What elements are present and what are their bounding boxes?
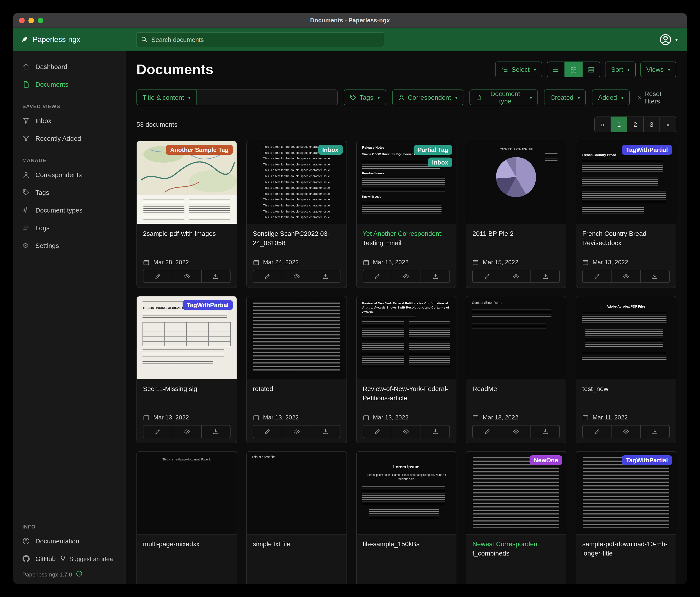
grid-view-button[interactable] (565, 62, 583, 77)
tag-badge[interactable]: TagWithPartial (622, 145, 672, 155)
tag-badge[interactable]: Another Sample Tag (166, 145, 233, 155)
sidebar-item-documents[interactable]: Documents (13, 75, 126, 93)
edit-button[interactable] (143, 270, 173, 283)
edit-button[interactable] (362, 270, 392, 283)
tag-badge[interactable]: Inbox (428, 158, 452, 167)
download-button[interactable] (421, 425, 450, 438)
document-title[interactable]: simple txt file (253, 540, 341, 558)
edit-button[interactable] (473, 270, 502, 283)
correspondent-link[interactable]: Newest Correspondent (473, 540, 539, 548)
download-button[interactable] (421, 270, 450, 283)
sidebar-item-correspondents[interactable]: Correspondents (13, 166, 126, 184)
document-thumbnail[interactable]: Patient BP Distribution 2011 (467, 141, 566, 224)
views-dropdown[interactable]: Views ▾ (641, 62, 676, 77)
edit-button[interactable] (362, 425, 392, 438)
document-thumbnail[interactable]: Review of New York Federal Petitions for… (356, 296, 456, 379)
download-button[interactable] (201, 425, 230, 438)
filter-correspondent-dropdown[interactable]: Correspondent ▾ (392, 90, 464, 105)
edit-button[interactable] (253, 425, 282, 438)
sidebar-item-documentation[interactable]: Documentation (13, 532, 126, 550)
document-thumbnail[interactable]: NewOne (467, 452, 566, 534)
document-thumbnail[interactable]: 11. CONTINUING MEDICAL EDUCA TagWithPart… (137, 296, 236, 379)
sidebar-item-recently-added[interactable]: Recently Added (13, 129, 126, 147)
edit-button[interactable] (143, 425, 173, 438)
download-button[interactable] (311, 425, 341, 438)
document-title[interactable]: test_new (582, 384, 670, 403)
view-button[interactable] (611, 425, 641, 438)
zoom-button[interactable] (38, 18, 43, 23)
minimize-button[interactable] (28, 18, 34, 23)
reset-filters-button[interactable]: × Reset filters (638, 90, 676, 105)
download-button[interactable] (311, 270, 341, 283)
pagination-page-button[interactable]: 1 (610, 117, 627, 133)
document-title[interactable]: Review-of-New-York-Federal-Petitions-art… (362, 384, 450, 403)
document-thumbnail[interactable]: Lorem ipsum Lorem ipsum dolor sit amet, … (356, 452, 456, 534)
pagination-page-button[interactable]: 3 (643, 117, 660, 133)
document-thumbnail[interactable]: TagWithPartial (576, 452, 676, 534)
table-view-button[interactable] (547, 62, 565, 77)
pagination-page-button[interactable]: 2 (627, 117, 644, 133)
sidebar-item-logs[interactable]: Logs (13, 219, 126, 237)
document-thumbnail[interactable]: Another Sample Tag (137, 141, 236, 224)
tag-badge[interactable]: Partial Tag (414, 145, 452, 155)
view-button[interactable] (282, 270, 311, 283)
tag-badge[interactable]: Inbox (318, 145, 343, 155)
sidebar-item-suggest-idea[interactable]: Suggest an idea (59, 555, 113, 563)
document-thumbnail[interactable]: French Country Bread TagWithPartial (576, 141, 676, 224)
download-button[interactable] (530, 270, 560, 283)
document-title[interactable]: 2011 BP Pie 2 (473, 229, 560, 248)
document-thumbnail[interactable] (247, 296, 347, 379)
sidebar-item-dashboard[interactable]: Dashboard (13, 58, 126, 75)
edit-button[interactable] (473, 425, 502, 438)
document-title[interactable]: multi-page-mixedxx (143, 540, 230, 558)
download-button[interactable] (201, 270, 230, 283)
filter-title-content-dropdown[interactable]: Title & content ▾ (136, 90, 197, 105)
user-menu[interactable]: ▾ (659, 28, 678, 51)
view-button[interactable] (172, 270, 202, 283)
filter-created-dropdown[interactable]: Created ▾ (544, 90, 586, 105)
tag-badge[interactable]: TagWithPartial (622, 455, 672, 465)
info-circle-icon[interactable] (76, 570, 82, 578)
filter-tags-dropdown[interactable]: Tags ▾ (344, 90, 386, 105)
document-title[interactable]: 2sample-pdf-with-images (143, 229, 230, 248)
document-thumbnail[interactable]: Contact Sheet Demo (467, 296, 566, 379)
correspondent-link[interactable]: Yet Another Correspondent (362, 230, 441, 237)
edit-button[interactable] (582, 425, 612, 438)
tag-badge[interactable]: TagWithPartial (182, 300, 233, 310)
pagination-prev-button[interactable]: « (594, 117, 611, 133)
title-content-filter-input[interactable] (197, 90, 338, 105)
document-title[interactable]: ReadMe (473, 384, 560, 403)
document-thumbnail[interactable]: This is a multi page document. Page 1. (137, 452, 236, 534)
document-title[interactable]: file-sample_150kBs (362, 540, 450, 558)
sidebar-item-settings[interactable]: ⚙ Settings (13, 237, 126, 255)
pagination-next-button[interactable]: » (659, 117, 676, 133)
download-button[interactable] (640, 270, 670, 283)
view-button[interactable] (172, 425, 202, 438)
download-button[interactable] (530, 425, 560, 438)
document-title[interactable]: French Country Bread Revised.docx (582, 229, 670, 248)
close-button[interactable] (19, 18, 25, 23)
filter-added-dropdown[interactable]: Added ▾ (592, 90, 630, 105)
document-thumbnail[interactable]: Adobe Acrobat PDF Files (576, 296, 676, 379)
sidebar-item-inbox[interactable]: Inbox (13, 112, 126, 129)
tag-badge[interactable]: NewOne (529, 455, 562, 465)
view-button[interactable] (611, 270, 641, 283)
edit-button[interactable] (582, 270, 612, 283)
sidebar-item-github[interactable]: GitHub (13, 550, 59, 568)
document-title[interactable]: rotated (253, 384, 341, 403)
view-button[interactable] (501, 425, 531, 438)
view-button[interactable] (392, 270, 421, 283)
view-button[interactable] (392, 425, 421, 438)
edit-button[interactable] (253, 270, 282, 283)
view-button[interactable] (501, 270, 531, 283)
document-title[interactable]: Sonstige ScanPC2022 03-24_081058 (253, 229, 341, 248)
document-title[interactable]: Sec 11-Missing sig (143, 384, 230, 403)
view-button[interactable] (282, 425, 311, 438)
document-title[interactable]: Newest Correspondent: f_combineds (473, 540, 560, 558)
sort-dropdown[interactable]: Sort ▾ (605, 62, 635, 77)
brand[interactable]: Paperless-ngx (13, 35, 80, 44)
download-button[interactable] (640, 425, 670, 438)
document-thumbnail[interactable]: Release Notes Simba ODBC Driver for SQL … (356, 141, 456, 224)
document-title[interactable]: Yet Another Correspondent: Testing Email (362, 229, 450, 248)
sidebar-item-document-types[interactable]: # Document types (13, 201, 126, 219)
